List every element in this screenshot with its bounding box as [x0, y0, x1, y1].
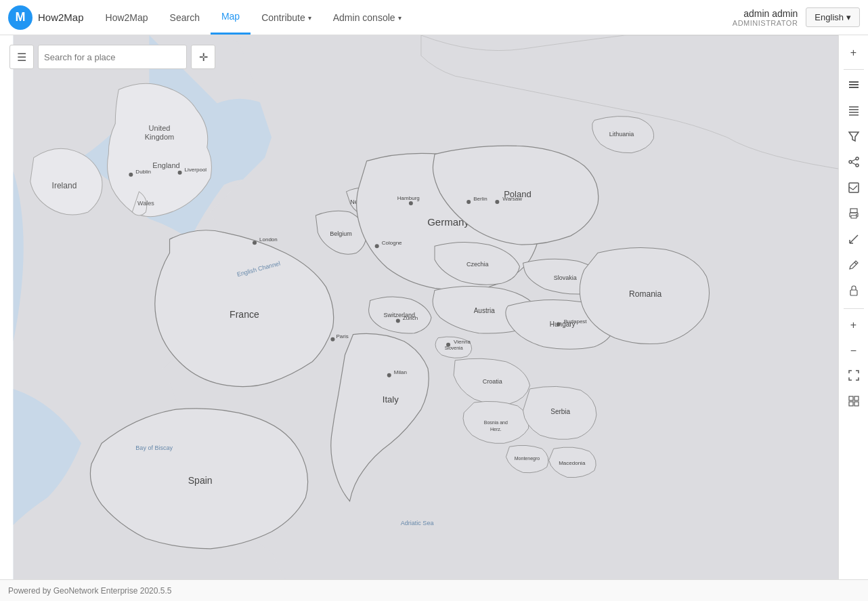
- nav-items: How2Map Search Map Contribute ▾ Admin co…: [95, 0, 733, 35]
- svg-text:Ireland: Ireland: [52, 181, 77, 190]
- svg-point-49: [557, 323, 561, 327]
- svg-text:Croatia: Croatia: [483, 378, 503, 385]
- svg-point-63: [849, 161, 852, 163]
- search-input-wrap: [38, 45, 187, 69]
- nav-item-search[interactable]: Search: [159, 0, 211, 35]
- svg-text:Bosnia and: Bosnia and: [484, 420, 508, 425]
- svg-text:United: United: [149, 124, 171, 132]
- map-searchbar: ☰ ✛: [9, 45, 215, 69]
- svg-text:Liverpool: Liverpool: [185, 167, 207, 173]
- svg-rect-70: [851, 215, 856, 218]
- nav-item-contribute[interactable]: Contribute ▾: [251, 0, 322, 35]
- svg-rect-56: [849, 87, 859, 88]
- brand-logo: M: [8, 5, 32, 30]
- svg-rect-55: [849, 84, 859, 85]
- svg-text:Milan: Milan: [394, 369, 407, 375]
- svg-line-65: [852, 159, 856, 161]
- search-input[interactable]: [44, 52, 181, 62]
- language-button[interactable]: English ▾: [806, 7, 860, 27]
- language-dropdown-arrow: ▾: [846, 12, 851, 22]
- svg-point-62: [856, 157, 859, 160]
- svg-point-39: [409, 201, 413, 205]
- nav-item-admin[interactable]: Admin console ▾: [322, 0, 412, 35]
- svg-rect-54: [849, 81, 859, 83]
- svg-text:Belgium: Belgium: [330, 230, 352, 237]
- svg-text:Bay of Biscay: Bay of Biscay: [135, 444, 173, 451]
- svg-text:Serbia: Serbia: [550, 408, 570, 415]
- svg-point-35: [375, 244, 379, 248]
- user-info: admin admin ADMINISTRATOR: [733, 8, 798, 27]
- svg-text:Paris: Paris: [336, 333, 348, 339]
- toolbar-zoom-in-bottom[interactable]: +: [842, 313, 866, 337]
- filter-lines-icon: ☰: [17, 51, 26, 64]
- toolbar-fullscreen[interactable]: [842, 365, 866, 389]
- footer: Powered by GeoNetwork Enterprise 2020.5.…: [0, 579, 868, 601]
- svg-text:Montenegro: Montenegro: [515, 456, 540, 461]
- right-toolbar: +: [838, 35, 868, 579]
- svg-text:Spain: Spain: [188, 475, 213, 486]
- svg-point-33: [330, 337, 334, 341]
- svg-text:Italy: Italy: [383, 394, 399, 405]
- svg-point-71: [856, 214, 857, 215]
- toolbar-filter[interactable]: [842, 125, 866, 150]
- toolbar-lock[interactable]: [842, 280, 866, 304]
- location-button[interactable]: ✛: [191, 45, 215, 69]
- fullscreen-icon: [848, 369, 860, 384]
- svg-text:Zurich: Zurich: [403, 315, 418, 321]
- toolbar-edit[interactable]: [842, 254, 866, 278]
- contribute-dropdown-arrow: ▾: [308, 14, 311, 22]
- svg-point-47: [387, 373, 391, 377]
- toolbar-zoom-out[interactable]: −: [842, 339, 866, 363]
- nav-item-how2map[interactable]: How2Map: [95, 0, 159, 35]
- lock-icon: [848, 285, 860, 299]
- svg-text:Cologne: Cologne: [382, 240, 402, 246]
- svg-text:Dublin: Dublin: [135, 169, 151, 175]
- svg-text:London: London: [259, 236, 278, 243]
- svg-rect-57: [849, 106, 859, 108]
- pencil-icon: [848, 259, 860, 274]
- svg-marker-61: [849, 132, 859, 141]
- svg-point-31: [253, 241, 257, 245]
- toolbar-share[interactable]: [842, 151, 866, 175]
- list-icon: [848, 104, 860, 119]
- svg-text:Austria: Austria: [474, 307, 496, 314]
- svg-text:Budapest: Budapest: [564, 318, 588, 325]
- toolbar-map-settings[interactable]: [842, 177, 866, 201]
- toolbar-layers[interactable]: [842, 74, 866, 98]
- admin-dropdown-arrow: ▾: [398, 14, 402, 22]
- svg-rect-78: [854, 396, 859, 400]
- svg-text:England: England: [152, 161, 179, 169]
- share-icon: [848, 156, 860, 171]
- plus-icon: +: [850, 47, 856, 59]
- svg-text:Wales: Wales: [137, 200, 154, 207]
- toolbar-sep-1: [844, 69, 864, 70]
- nav-item-map[interactable]: Map: [211, 0, 251, 35]
- measure-icon: [848, 233, 860, 248]
- toolbar-print[interactable]: [842, 203, 866, 227]
- svg-text:Czechia: Czechia: [466, 261, 490, 268]
- svg-rect-77: [849, 396, 853, 400]
- filter-icon: [848, 130, 860, 145]
- svg-text:Vienna: Vienna: [454, 339, 471, 345]
- toolbar-zoom-in[interactable]: +: [842, 41, 866, 65]
- toolbar-grid[interactable]: [842, 390, 866, 415]
- svg-line-72: [850, 235, 858, 243]
- svg-text:Warsaw: Warsaw: [502, 196, 522, 202]
- search-filter-button[interactable]: ☰: [9, 45, 34, 69]
- map-container[interactable]: Ireland United Kingdom England Wales Fra…: [0, 35, 868, 579]
- toolbar-measure[interactable]: [842, 228, 866, 253]
- svg-line-66: [852, 163, 856, 165]
- user-name: admin admin: [733, 8, 798, 19]
- toolbar-list[interactable]: [842, 100, 866, 124]
- svg-point-64: [856, 164, 859, 167]
- svg-point-41: [396, 319, 400, 323]
- svg-point-29: [178, 171, 182, 175]
- print-icon: [848, 207, 860, 222]
- svg-text:Romania: Romania: [629, 289, 661, 299]
- map-settings-icon: [848, 182, 860, 196]
- svg-point-43: [446, 343, 450, 347]
- brand-name: How2Map: [38, 12, 84, 23]
- brand[interactable]: M How2Map: [8, 5, 84, 30]
- layers-icon: [848, 79, 860, 94]
- nav-right: admin admin ADMINISTRATOR English ▾: [733, 7, 860, 27]
